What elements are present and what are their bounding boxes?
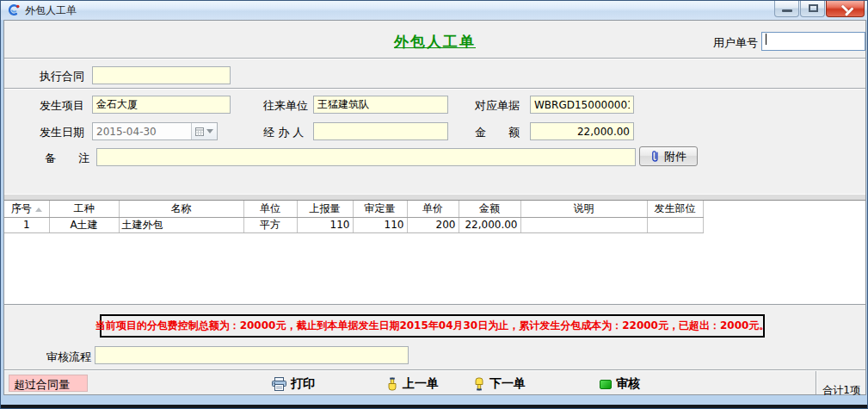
- splitter-bar: [4, 194, 865, 201]
- calendar-dropdown-button[interactable]: [191, 123, 217, 139]
- user-no-label: 用户单号: [713, 35, 758, 51]
- col-header-seq[interactable]: 序号: [4, 201, 49, 217]
- remark-input[interactable]: [96, 148, 636, 166]
- minimize-icon: [782, 9, 792, 12]
- window-title: 外包人工单: [25, 3, 77, 18]
- col-header-name[interactable]: 名称: [119, 201, 243, 217]
- audit-green-icon: [600, 380, 612, 389]
- sort-ascending-icon: [35, 208, 42, 212]
- amount-label: 金 额: [475, 125, 520, 140]
- cell-amount[interactable]: 22,000.00: [459, 217, 520, 232]
- audit-button[interactable]: 审核: [600, 375, 640, 393]
- divider: [4, 58, 865, 59]
- review-flow-input[interactable]: [95, 346, 409, 364]
- col-header-reported-qty[interactable]: 上报量: [297, 201, 353, 217]
- amount-input[interactable]: [530, 122, 634, 140]
- status-badge: 超过合同量: [9, 375, 88, 392]
- statusbar-separator: [816, 371, 817, 394]
- cell-unit[interactable]: 平方: [243, 217, 297, 232]
- app-window: 外包人工单 外包人工单 用户单号 执行合同 发生项目 往来单位 对应单据 发生日…: [0, 0, 868, 409]
- date-value: 2015-04-30: [93, 126, 191, 138]
- budget-warning-text: 当前项目的分包费控制总额为：20000元，截止到本单据发生日期2015年04月3…: [95, 319, 770, 333]
- cell-location[interactable]: [647, 217, 703, 232]
- counterparty-input[interactable]: [313, 96, 448, 114]
- table-row[interactable]: 1 A土建 土建外包 平方 110 110 200 22,000.00: [4, 217, 703, 232]
- project-label: 发生项目: [40, 98, 84, 114]
- doc-no-input[interactable]: [530, 96, 634, 114]
- printer-icon: [272, 377, 286, 391]
- cell-note[interactable]: [520, 217, 647, 232]
- remark-label: 备 注: [45, 151, 89, 166]
- col-header-unit[interactable]: 单位: [243, 201, 297, 217]
- project-input[interactable]: [92, 96, 231, 114]
- col-header-approved-qty[interactable]: 审定量: [353, 201, 407, 217]
- detail-table: 序号 工种 名称 单位 上报量 审定量 单价 金额 说明 发生部位 1: [4, 201, 704, 233]
- date-picker[interactable]: 2015-04-30: [92, 122, 218, 140]
- minimize-button[interactable]: [774, 1, 799, 17]
- budget-warning-box: 当前项目的分包费控制总额为：20000元，截止到本单据发生日期2015年04月3…: [100, 314, 765, 338]
- cell-reported-qty[interactable]: 110: [297, 217, 353, 232]
- user-no-input[interactable]: [761, 32, 865, 51]
- paperclip-icon: [650, 150, 660, 163]
- app-swirl-icon: [7, 3, 21, 17]
- window-controls: [773, 1, 865, 17]
- detail-table-area: 序号 工种 名称 单位 上报量 审定量 单价 金额 说明 发生部位 1: [4, 201, 865, 305]
- cell-unit-price[interactable]: 200: [407, 217, 459, 232]
- handler-label: 经 办 人: [263, 125, 304, 140]
- next-order-button[interactable]: 下一单: [473, 375, 526, 393]
- table-header-row: 序号 工种 名称 单位 上报量 审定量 单价 金额 说明 发生部位: [4, 201, 703, 217]
- audit-button-label: 审核: [616, 376, 640, 392]
- previous-order-button[interactable]: 上一单: [386, 375, 439, 393]
- chevron-down-icon: [206, 129, 213, 133]
- form-panel: 外包人工单 用户单号 执行合同 发生项目 往来单位 对应单据 发生日期 2015…: [3, 20, 866, 395]
- text-caret: [766, 34, 766, 45]
- print-button[interactable]: 打印: [272, 375, 315, 393]
- next-order-label: 下一单: [489, 376, 526, 392]
- col-header-note[interactable]: 说明: [520, 201, 647, 217]
- exec-contract-input[interactable]: [92, 66, 231, 84]
- calendar-icon: [195, 127, 204, 136]
- total-count-label: 合计1项: [822, 383, 860, 398]
- counterparty-label: 往来单位: [263, 98, 308, 114]
- cell-name[interactable]: 土建外包: [119, 217, 243, 232]
- divider: [4, 369, 865, 371]
- col-header-unit-price[interactable]: 单价: [407, 201, 459, 217]
- window-bottom-edge: [1, 405, 867, 408]
- divider: [4, 88, 865, 90]
- col-header-worktype[interactable]: 工种: [49, 201, 119, 217]
- titlebar[interactable]: 外包人工单: [1, 1, 867, 20]
- cell-seq[interactable]: 1: [4, 217, 49, 232]
- hand-down-icon: [473, 377, 485, 391]
- print-button-label: 打印: [291, 376, 315, 392]
- exec-contract-label: 执行合同: [40, 69, 84, 84]
- attachment-button[interactable]: 附件: [639, 146, 698, 166]
- col-header-amount[interactable]: 金额: [459, 201, 520, 217]
- cell-approved-qty[interactable]: 110: [353, 217, 407, 232]
- col-header-location[interactable]: 发生部位: [647, 201, 703, 217]
- doc-no-label: 对应单据: [475, 98, 520, 114]
- maximize-icon: [809, 4, 818, 12]
- cell-worktype[interactable]: A土建: [49, 217, 119, 232]
- date-label: 发生日期: [40, 125, 84, 140]
- handler-input[interactable]: [313, 122, 448, 140]
- close-button[interactable]: [826, 1, 865, 17]
- attachment-button-label: 附件: [664, 149, 686, 164]
- review-flow-label: 审核流程: [46, 350, 91, 365]
- maximize-button[interactable]: [800, 1, 825, 17]
- hand-up-icon: [386, 377, 398, 391]
- previous-order-label: 上一单: [403, 376, 439, 392]
